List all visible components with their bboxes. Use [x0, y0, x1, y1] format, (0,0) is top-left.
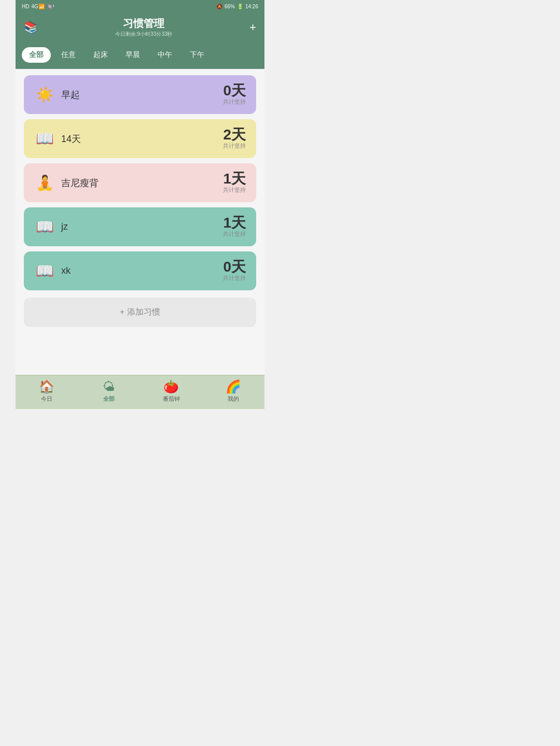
habit-right-reading14: 2天 共计坚持 — [223, 128, 246, 150]
category-tab-morning[interactable]: 早晨 — [118, 47, 147, 63]
tomato-icon: 🍅 — [163, 379, 179, 394]
habit-persist-zaogi: 共计坚持 — [223, 98, 246, 106]
category-tab-all[interactable]: 全部 — [22, 47, 51, 63]
home-icon: 🏠 — [39, 379, 54, 394]
book-icon-reading14: 📖 — [34, 130, 55, 147]
nav-today[interactable]: 🏠 今日 — [16, 379, 78, 403]
habit-persist-xk: 共计坚持 — [223, 274, 246, 282]
habit-right-jz: 1天 共计坚持 — [223, 216, 246, 238]
clock: 14:26 — [245, 4, 258, 9]
habit-card-xk[interactable]: 📖 xk 0天 共计坚持 — [24, 251, 256, 290]
mid-spacer — [16, 333, 264, 375]
habit-left-jz: 📖 jz — [34, 218, 68, 235]
category-tab-afternoon[interactable]: 下午 — [183, 47, 212, 63]
habit-left-zaogi: ☀️ 早起 — [34, 86, 80, 103]
habit-name-jinni: 吉尼瘦背 — [61, 177, 99, 189]
nav-label-today: 今日 — [41, 395, 52, 403]
sun-cloud-icon: 🌤 — [103, 379, 115, 394]
habit-card-jz[interactable]: 📖 jz 1天 共计坚持 — [24, 207, 256, 246]
habit-name-zaogi: 早起 — [61, 89, 80, 101]
status-right: 🔕 66% 🔋 14:26 — [216, 4, 258, 9]
add-habit-button[interactable]: + 添加习惯 — [24, 298, 256, 327]
bottom-nav: 🏠 今日 🌤 全部 🍅 番茄钟 🌈 我的 — [16, 375, 264, 409]
habit-name-xk: xk — [61, 265, 71, 276]
nav-label-tomato: 番茄钟 — [163, 395, 180, 403]
habit-left-jinni: 🧘 吉尼瘦背 — [34, 174, 99, 191]
rainbow-icon: 🌈 — [226, 379, 241, 394]
body-icon: 🧘 — [34, 174, 55, 191]
status-bar: HD 4G📶 🔘¹ 🔕 66% 🔋 14:26 — [16, 0, 264, 12]
habit-persist-jz: 共计坚持 — [223, 230, 246, 238]
category-bar: 全部 任意 起床 早晨 中午 下午 — [16, 44, 264, 69]
time-remaining: 今日剩余:9小时33分33秒 — [115, 31, 173, 38]
category-tab-noon[interactable]: 中午 — [150, 47, 179, 63]
status-left: HD 4G📶 🔘¹ — [22, 4, 54, 9]
add-habit-header-button[interactable]: + — [249, 21, 256, 34]
notification-icon: 🔕 — [216, 4, 222, 9]
phone-wrapper: HD 4G📶 🔘¹ 🔕 66% 🔋 14:26 📚 习惯管理 今日剩余:9小时3… — [16, 0, 264, 409]
habit-days-jinni: 1天 — [223, 172, 246, 186]
habit-days-reading14: 2天 — [223, 128, 246, 142]
status-hd: HD — [22, 4, 29, 9]
book-icon-xk: 📖 — [34, 262, 55, 279]
habit-left-reading14: 📖 14天 — [34, 130, 81, 147]
header-center: 习惯管理 今日剩余:9小时33分33秒 — [115, 17, 173, 38]
habit-days-jz: 1天 — [223, 216, 246, 230]
habit-right-zaogi: 0天 共计坚持 — [223, 83, 246, 106]
habit-days-zaogi: 0天 — [223, 83, 246, 98]
habit-left-xk: 📖 xk — [34, 262, 71, 279]
habit-card-reading14[interactable]: 📖 14天 2天 共计坚持 — [24, 119, 256, 158]
nav-label-all: 全部 — [103, 395, 115, 403]
habit-name-reading14: 14天 — [61, 133, 81, 145]
nav-tomato[interactable]: 🍅 番茄钟 — [140, 379, 202, 403]
habit-days-xk: 0天 — [223, 260, 246, 274]
habit-persist-jinni: 共计坚持 — [223, 186, 246, 194]
category-tab-wakeup[interactable]: 起床 — [86, 47, 115, 63]
habit-card-zaogi[interactable]: ☀️ 早起 0天 共计坚持 — [24, 75, 256, 114]
habit-name-jz: jz — [61, 221, 68, 232]
header: 📚 习惯管理 今日剩余:9小时33分33秒 + — [16, 12, 264, 44]
status-wifi: 🔘¹ — [47, 4, 54, 9]
habit-right-xk: 0天 共计坚持 — [223, 260, 246, 282]
books-icon: 📚 — [24, 21, 38, 34]
habit-right-jinni: 1天 共计坚持 — [223, 172, 246, 194]
battery-icon: 🔋 — [237, 4, 243, 9]
status-signal: 4G📶 — [31, 4, 44, 9]
habit-persist-reading14: 共计坚持 — [223, 142, 246, 150]
category-tab-random[interactable]: 任意 — [54, 47, 83, 63]
habit-card-jinni[interactable]: 🧘 吉尼瘦背 1天 共计坚持 — [24, 163, 256, 202]
nav-mine[interactable]: 🌈 我的 — [202, 379, 264, 403]
sun-icon: ☀️ — [34, 86, 55, 103]
book-icon-jz: 📖 — [34, 218, 55, 235]
battery-percent: 66% — [225, 4, 235, 9]
nav-all[interactable]: 🌤 全部 — [78, 379, 140, 403]
page-title: 习惯管理 — [115, 17, 173, 31]
nav-label-mine: 我的 — [228, 395, 239, 403]
habit-list: ☀️ 早起 0天 共计坚持 📖 14天 2天 共计坚持 🧘 吉尼瘦背 — [16, 69, 264, 333]
